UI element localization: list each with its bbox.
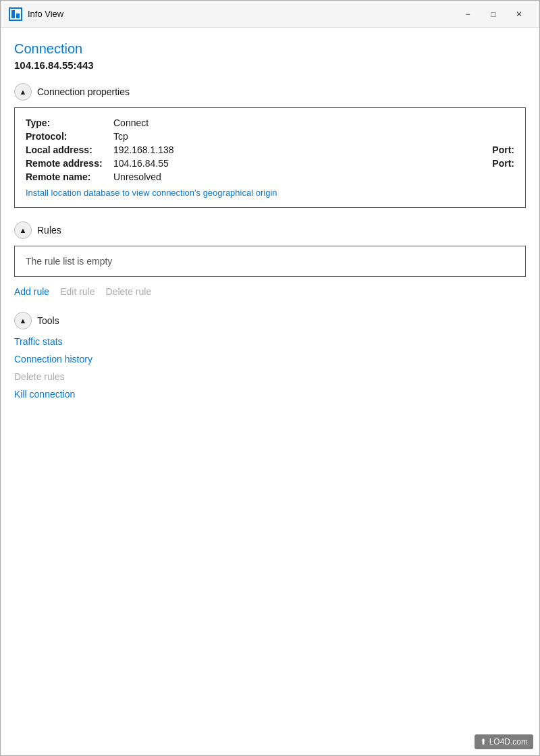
tools-label: Tools: [37, 315, 59, 326]
delete-rule-label: Delete rule: [106, 286, 152, 297]
rules-empty-message: The rule list is empty: [26, 256, 112, 267]
rules-chevron[interactable]: ▲: [14, 221, 32, 239]
minimize-button[interactable]: −: [456, 5, 480, 24]
rules-box: The rule list is empty: [14, 246, 526, 277]
svg-rect-0: [9, 8, 22, 20]
prop-row-protocol: Protocol: Tcp: [26, 131, 514, 142]
connection-properties-box: Type: Connect Protocol: Tcp Local addres…: [14, 107, 526, 208]
chevron-up-icon: ▲: [20, 88, 27, 96]
watermark-text: LO4D.com: [489, 737, 528, 747]
tools-chevron[interactable]: ▲: [14, 312, 32, 329]
prop-label-local-port: Port:: [492, 144, 514, 155]
tools-list: Traffic stats Connection history Delete …: [14, 336, 526, 400]
delete-rules-label: Delete rules: [14, 371, 526, 382]
connection-properties-chevron[interactable]: ▲: [14, 83, 32, 101]
svg-rect-1: [11, 10, 15, 18]
maximize-button[interactable]: □: [481, 5, 506, 24]
prop-value-local-address: 192.168.1.138: [113, 144, 492, 155]
prop-row-remote-address: Remote address: 104.16.84.55 Port:: [26, 158, 514, 169]
prop-label-remote-address: Remote address:: [26, 158, 113, 169]
prop-row-remote-name: Remote name: Unresolved: [26, 171, 514, 182]
title-bar: Info View − □ ✕: [1, 1, 539, 28]
svg-rect-2: [16, 14, 20, 18]
rules-label: Rules: [37, 225, 61, 236]
connection-properties-label: Connection properties: [37, 86, 130, 97]
window-controls: − □ ✕: [456, 5, 531, 24]
close-button[interactable]: ✕: [507, 5, 531, 24]
window-title: Info View: [28, 9, 456, 19]
prop-row-type: Type: Connect: [26, 117, 514, 128]
rules-section-header[interactable]: ▲ Rules: [14, 221, 526, 239]
rules-chevron-icon: ▲: [20, 226, 27, 234]
connection-properties-header[interactable]: ▲ Connection properties: [14, 83, 526, 101]
main-content: Connection 104.16.84.55:443 ▲ Connection…: [1, 28, 539, 755]
watermark: ⬆ LO4D.com: [475, 734, 533, 749]
tools-chevron-icon: ▲: [20, 317, 27, 325]
watermark-icon: ⬆: [480, 737, 487, 747]
prop-label-protocol: Protocol:: [26, 131, 113, 142]
prop-label-remote-name: Remote name:: [26, 171, 113, 182]
prop-label-local-address: Local address:: [26, 144, 113, 155]
prop-label-remote-port: Port:: [492, 158, 514, 169]
connection-address: 104.16.84.55:443: [14, 59, 526, 71]
rule-actions: Add rule Edit rule Delete rule: [14, 286, 526, 297]
connection-section-title: Connection: [14, 41, 526, 57]
connection-history-link[interactable]: Connection history: [14, 354, 526, 364]
edit-rule-label: Edit rule: [60, 286, 94, 297]
app-icon: [9, 7, 22, 21]
kill-connection-link[interactable]: Kill connection: [14, 389, 526, 400]
prop-value-type: Connect: [113, 117, 514, 128]
add-rule-link[interactable]: Add rule: [14, 286, 49, 297]
traffic-stats-link[interactable]: Traffic stats: [14, 336, 526, 347]
prop-row-local-address: Local address: 192.168.1.138 Port:: [26, 144, 514, 155]
prop-value-protocol: Tcp: [113, 131, 514, 142]
tools-section-header[interactable]: ▲ Tools: [14, 312, 526, 329]
prop-label-type: Type:: [26, 117, 113, 128]
prop-value-remote-name: Unresolved: [113, 171, 514, 182]
prop-value-remote-address: 104.16.84.55: [113, 158, 492, 169]
location-database-link[interactable]: Install location database to view connec…: [26, 188, 514, 198]
